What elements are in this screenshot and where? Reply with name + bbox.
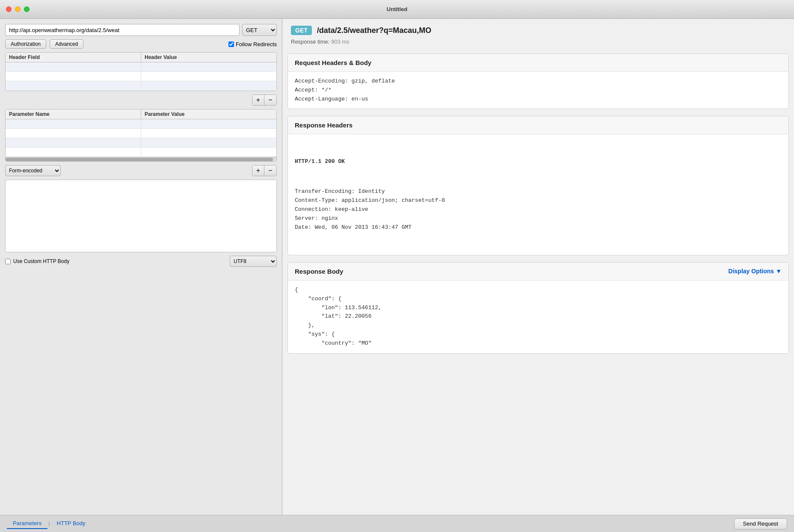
follow-redirects-label: Follow Redirects [228,41,277,47]
advanced-button[interactable]: Advanced [50,39,83,49]
encoding-select[interactable]: UTF8 ASCII ISO-8859-1 [230,256,277,267]
response-time-value: 903 ms [331,38,350,45]
params-scrollbar[interactable] [6,157,276,161]
param-name-cell[interactable] [6,119,141,128]
minimize-button[interactable] [15,6,21,12]
param-name-cell[interactable] [6,138,141,147]
request-headers-content: Accept-Encoding: gzip, deflate Accept: *… [288,72,788,109]
response-time-label: Response time: [291,38,329,45]
header-value-cell[interactable] [141,81,276,91]
param-value-cell[interactable] [141,138,276,147]
headers-table-header: Header Field Header Value [6,53,276,62]
param-value-cell[interactable] [141,119,276,128]
headers-add-button[interactable]: + [252,95,264,105]
table-row [6,119,276,129]
param-value-col: Parameter Value [141,109,276,119]
window-title: Untitled [387,6,407,12]
response-headers-card: Response Headers HTTP/1.1 200 OK Transfe… [287,116,789,255]
table-row [6,72,276,81]
param-name-col: Parameter Name [6,109,141,119]
scrollbar-thumb [6,158,273,161]
response-headers-content: HTTP/1.1 200 OK Transfer-Encoding: Ident… [288,134,788,255]
display-options-button[interactable]: Display Options ▼ [729,268,782,275]
custom-body-label: Use Custom HTTP Body [5,258,69,264]
send-request-button[interactable]: Send Request [734,518,787,529]
method-badge: GET [291,26,312,35]
params-add-button[interactable]: + [252,166,264,176]
url-row: GET POST PUT DELETE [5,24,277,36]
response-time-row: Response time: 903 ms [282,38,794,50]
chevron-down-icon: ▼ [776,268,782,275]
follow-redirects-text: Follow Redirects [236,41,277,47]
params-plus-minus-group: + − [252,165,277,176]
body-textarea[interactable] [5,180,277,252]
custom-body-row: Use Custom HTTP Body UTF8 ASCII ISO-8859… [5,256,277,267]
main-container: GET POST PUT DELETE Authorization Advanc… [0,19,794,515]
response-body-header: Response Body Display Options ▼ [288,263,788,281]
title-bar: Untitled [0,0,794,19]
follow-redirects-checkbox[interactable] [228,41,234,47]
header-value-col: Header Value [141,53,276,62]
table-row [6,138,276,148]
bottom-bar: Parameters | HTTP Body Send Request [0,515,794,532]
right-panel: GET /data/2.5/weather?q=Macau,MO Respons… [282,19,794,515]
request-headers-card: Request Headers & Body Accept-Encoding: … [287,53,789,109]
table-row [6,148,276,157]
header-value-cell[interactable] [141,62,276,71]
header-value-cell[interactable] [141,72,276,81]
headers-remove-button[interactable]: − [264,95,276,105]
body-type-select[interactable]: Form-encoded Multipart Raw [5,165,61,176]
param-value-cell[interactable] [141,148,276,157]
headers-plus-minus-group: + − [252,95,277,106]
headers-table: Header Field Header Value [5,52,277,91]
header-field-col: Header Field [6,53,141,62]
display-options-label: Display Options [729,268,774,275]
tab-http-body[interactable]: HTTP Body [51,518,92,529]
http-status: HTTP/1.1 200 OK [295,157,782,166]
custom-body-text: Use Custom HTTP Body [13,258,69,264]
authorization-button[interactable]: Authorization [5,39,46,49]
params-remove-button[interactable]: − [264,166,276,176]
close-button[interactable] [6,6,12,12]
param-name-cell[interactable] [6,148,141,157]
param-name-cell[interactable] [6,129,141,138]
custom-body-checkbox[interactable] [5,259,11,264]
tab-parameters[interactable]: Parameters [7,518,47,529]
response-body-title: Response Body [295,268,343,275]
body-type-row: Form-encoded Multipart Raw + − [5,165,277,176]
header-field-cell[interactable] [6,81,141,91]
url-input[interactable] [5,24,240,36]
header-field-cell[interactable] [6,72,141,81]
request-headers-title: Request Headers & Body [288,54,788,72]
table-row [6,129,276,138]
response-headers-details: Transfer-Encoding: Identity Content-Type… [295,187,782,232]
window-controls[interactable] [6,6,30,12]
params-table-header: Parameter Name Parameter Value [6,109,276,119]
tab-group: Parameters | HTTP Body [7,518,92,529]
maximize-button[interactable] [24,6,30,12]
tab-separator: | [47,518,50,529]
response-body-content: { "coord": { "lon": 113.546112, "lat": 2… [288,281,788,353]
param-value-cell[interactable] [141,129,276,138]
response-url: /data/2.5/weather?q=Macau,MO [317,26,432,35]
table-row [6,62,276,72]
response-body-card: Response Body Display Options ▼ { "coord… [287,262,789,354]
left-panel: GET POST PUT DELETE Authorization Advanc… [0,19,282,515]
response-url-bar: GET /data/2.5/weather?q=Macau,MO [282,19,794,38]
table-row [6,81,276,91]
buttons-row: Authorization Advanced Follow Redirects [5,39,277,49]
params-table: Parameter Name Parameter Value [5,109,277,162]
headers-plus-minus-row: + − [5,95,277,106]
method-select[interactable]: GET POST PUT DELETE [242,24,277,36]
header-field-cell[interactable] [6,62,141,71]
response-headers-title: Response Headers [288,116,788,134]
